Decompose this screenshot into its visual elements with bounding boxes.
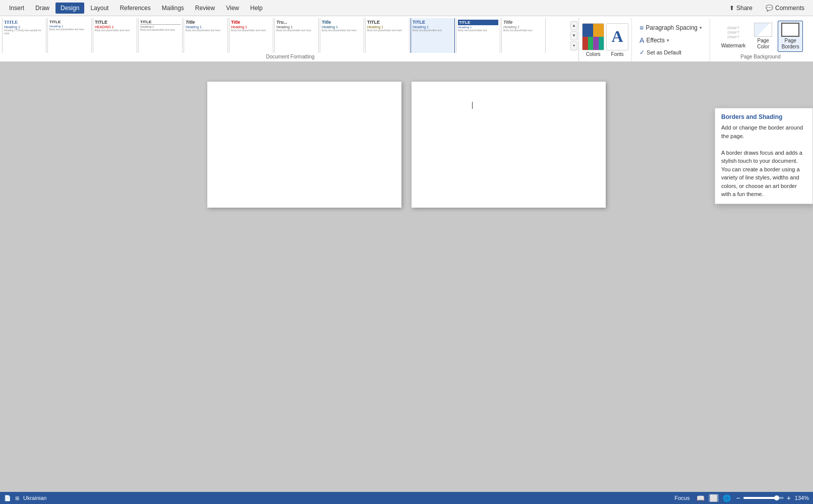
borders-shading-tooltip: Borders and Shading Add or change the bo… — [715, 108, 813, 204]
tab-view[interactable]: View — [221, 3, 244, 14]
tooltip-body: Add or change the border around the page… — [721, 123, 806, 199]
page-background-group: DRAFTDRAFTDRAFT Watermark Page Color — [710, 18, 811, 61]
page-bg-content: DRAFTDRAFTDRAFT Watermark Page Color — [712, 20, 809, 52]
text-cursor — [472, 102, 473, 109]
effects-chevron: ▾ — [667, 38, 669, 43]
zoom-plus-button[interactable]: + — [786, 494, 792, 502]
zoom-fill — [743, 497, 778, 499]
page-borders-button[interactable]: Page Borders — [778, 21, 803, 52]
comments-icon: 💬 — [766, 5, 773, 12]
tab-review[interactable]: Review — [190, 3, 220, 14]
pages-container — [207, 82, 606, 208]
focus-button[interactable]: Focus — [672, 494, 693, 501]
tab-design[interactable]: Design — [55, 3, 84, 14]
gallery-more[interactable]: ▾ — [570, 41, 577, 50]
paragraph-spacing-icon: ≡ — [640, 24, 644, 32]
header-actions: ⬆ Share 💬 Comments — [725, 3, 809, 14]
style-gallery: TITLE Heading 1 Heading 1 ¶ Body text sa… — [2, 18, 578, 53]
fonts-label: Fonts — [611, 51, 624, 57]
share-button[interactable]: ⬆ Share — [725, 3, 757, 14]
ribbon-content: TITLE Heading 1 Heading 1 ¶ Body text sa… — [0, 16, 813, 61]
style-item-11[interactable]: TITLE Heading 1 Body text placeholder te… — [456, 18, 500, 53]
colors-button[interactable] — [582, 23, 604, 50]
paragraph-spacing-chevron: ▾ — [700, 25, 702, 30]
style-item-5[interactable]: Title Heading 1 Body text placeholder te… — [184, 18, 228, 53]
tab-references[interactable]: References — [114, 3, 155, 14]
effects-icon: A — [640, 36, 644, 44]
language-indicator[interactable]: Ukrainian — [23, 495, 46, 501]
cf-buttons: Colors A Fonts — [582, 20, 628, 59]
page-number-icon: ⊞ — [15, 495, 19, 501]
style-item-2[interactable]: Title Heading 1 Body text placeholder te… — [47, 18, 92, 53]
doc-formatting-label: Document Formatting — [2, 53, 578, 61]
paragraph-spacing-button[interactable]: ≡ Paragraph Spacing ▾ — [636, 22, 706, 33]
style-item-7[interactable]: Tru... Heading 1 Body text placeholder t… — [274, 18, 319, 53]
document-formatting-section: TITLE Heading 1 Heading 1 ¶ Body text sa… — [2, 18, 579, 61]
style-item-default[interactable]: TITLE Heading 1 Heading 1 ¶ Body text sa… — [2, 18, 46, 53]
page-background-label: Page Background — [712, 52, 809, 59]
tooltip-title: Borders and Shading — [721, 113, 806, 120]
ribbon-tabs-bar: Insert Draw Design Layout References Mai… — [0, 0, 813, 16]
zoom-track[interactable] — [743, 497, 784, 499]
style-item-3[interactable]: TITLE HEADING 1 Body text placeholder te… — [93, 18, 137, 53]
page-info-icon: 📄 — [4, 495, 11, 501]
gallery-scroll-controls: ▲ ▼ ▾ — [569, 20, 578, 51]
style-item-10[interactable]: TITLE Heading 1 Body text placeholder te… — [411, 18, 455, 53]
tab-layout[interactable]: Layout — [85, 3, 113, 14]
style-item-12[interactable]: Title Heading 1 Body text placeholder te… — [501, 18, 546, 53]
style-item-9[interactable]: TITLE Heading 1 Body text placeholder te… — [365, 18, 410, 53]
page-color-icon — [754, 23, 772, 37]
fonts-button[interactable]: A — [606, 23, 628, 50]
tab-mailings[interactable]: Mailings — [157, 3, 189, 14]
comments-button[interactable]: 💬 Comments — [761, 3, 809, 14]
watermark-button[interactable]: DRAFTDRAFTDRAFT Watermark — [718, 22, 749, 51]
print-layout-button[interactable]: ⬜ — [709, 494, 719, 502]
zoom-level[interactable]: 134% — [795, 495, 809, 501]
para-effects-group: ≡ Paragraph Spacing ▾ A Effects ▾ ✓ Set … — [632, 18, 710, 61]
page-borders-icon — [781, 23, 799, 37]
page-color-label: Page Color — [757, 38, 769, 50]
web-layout-button[interactable]: 🌐 — [722, 494, 732, 502]
zoom-handle[interactable] — [774, 495, 779, 500]
tab-insert[interactable]: Insert — [4, 3, 29, 14]
share-icon: ⬆ — [729, 5, 734, 12]
status-bar: 📄 ⊞ Ukrainian Focus 📖 ⬜ 🌐 − + 134% — [0, 492, 813, 504]
watermark-icon: DRAFTDRAFTDRAFT — [724, 24, 742, 42]
status-left: 📄 ⊞ Ukrainian — [4, 495, 666, 501]
zoom-minus-button[interactable]: − — [735, 494, 741, 502]
colors-fonts-group: Colors A Fonts — [579, 18, 632, 61]
para-effects-content: ≡ Paragraph Spacing ▾ A Effects ▾ ✓ Set … — [636, 20, 706, 59]
style-item-4[interactable]: TITLE Heading 1 Body text placeholder te… — [138, 18, 183, 53]
status-right: Focus 📖 ⬜ 🌐 − + 134% — [672, 494, 809, 502]
page-2[interactable] — [412, 82, 606, 208]
zoom-slider-area: − + — [735, 494, 791, 502]
watermark-label: Watermark — [721, 43, 746, 49]
page-color-button[interactable]: Page Color — [750, 21, 776, 52]
style-items-list: TITLE Heading 1 Heading 1 ¶ Body text sa… — [2, 18, 569, 53]
colors-label: Colors — [586, 51, 601, 57]
tab-group: Insert Draw Design Layout References Mai… — [4, 3, 268, 14]
tab-help[interactable]: Help — [245, 3, 268, 14]
style-item-8[interactable]: Title Heading 1 Body text placeholder te… — [320, 18, 364, 53]
gallery-scroll-down[interactable]: ▼ — [570, 31, 577, 40]
canvas-area: Borders and Shading Add or change the bo… — [0, 61, 813, 504]
tab-draw[interactable]: Draw — [30, 3, 54, 14]
checkmark-icon: ✓ — [640, 49, 645, 56]
page-borders-label: Page Borders — [782, 38, 799, 50]
gallery-scroll-up[interactable]: ▲ — [570, 21, 577, 30]
set-as-default-button[interactable]: ✓ Set as Default — [636, 47, 706, 57]
effects-button[interactable]: A Effects ▾ — [636, 35, 706, 46]
read-mode-button[interactable]: 📖 — [695, 494, 706, 502]
page-1 — [207, 82, 401, 208]
style-item-6[interactable]: Title Heading 1 Body text placeholder te… — [229, 18, 273, 53]
